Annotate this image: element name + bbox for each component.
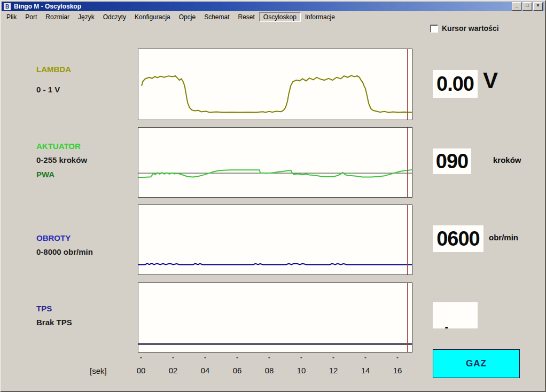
menu-item-oscyloskop[interactable]: Oscyloskop (259, 12, 301, 22)
scope-panel-tps (138, 283, 412, 352)
axis-tick-label: 12 (329, 366, 338, 375)
scope-panel-aktuator (138, 127, 412, 198)
title-bar: B Bingo M - Oscyloskop _ □ × (2, 2, 544, 11)
scope-panel-obroty (138, 205, 412, 275)
kursor-wartosci-label: Kursor wartości (442, 24, 499, 33)
axis-tick-mark (269, 357, 270, 358)
unit-label-obrmin: obr/min (489, 233, 518, 242)
channel-label-obroty: OBROTY (36, 233, 71, 242)
menu-item-port[interactable]: Port (21, 12, 41, 22)
channel-label-tps: TPS (36, 304, 52, 313)
axis-tick-label: 08 (265, 366, 274, 375)
window-controls: _ □ × (512, 2, 544, 11)
kursor-wartosci-checkbox[interactable] (430, 25, 438, 33)
unit-label-krokow: kroków (493, 155, 521, 164)
unit-label-volts: V (483, 68, 498, 93)
axis-tick-label: 02 (169, 366, 178, 375)
menu-bar: Plik Port Rozmiar Język Odczyty Konfigur… (2, 12, 544, 22)
window-title: Bingo M - Oscyloskop (14, 3, 81, 10)
channel-range-obroty: 0-8000 obr/min (36, 247, 93, 256)
axis-tick-mark (397, 357, 399, 358)
value-display-tps: _.__ (433, 302, 478, 328)
menu-item-informacje[interactable]: Informacje (301, 12, 339, 22)
value-display-lambda: 0.00 (433, 70, 478, 98)
menu-item-jezyk[interactable]: Język (74, 12, 99, 22)
axis-tick-mark (301, 357, 302, 358)
axis-tick-mark (141, 357, 142, 358)
gaz-button[interactable]: GAZ (433, 349, 520, 378)
channel-range-lambda: 0 - 1 V (36, 85, 60, 94)
axis-tick-mark (173, 357, 174, 358)
menu-item-schemat[interactable]: Schemat (200, 12, 233, 22)
value-display-aktuator: 090 (433, 148, 471, 174)
channel-range-aktuator: 0-255 kroków (36, 155, 87, 164)
channel-label-aktuator: AKTUATOR (36, 142, 81, 151)
axis-tick-label: 16 (393, 366, 402, 375)
axis-tick-mark (205, 357, 206, 358)
app-window: B Bingo M - Oscyloskop _ □ × Plik Port R… (0, 0, 546, 392)
channel-range-tps: Brak TPS (36, 318, 72, 327)
channel-sub-pwa: PWA (36, 170, 54, 179)
minimize-button[interactable]: _ (512, 2, 521, 11)
maximize-button[interactable]: □ (522, 2, 532, 11)
menu-item-odczyty[interactable]: Odczyty (99, 12, 130, 22)
axis-tick-mark (333, 357, 334, 358)
menu-item-konfiguracja[interactable]: Konfiguracja (130, 12, 175, 22)
value-cursor-option: Kursor wartości (430, 24, 499, 33)
axis-tick-label: 04 (201, 366, 210, 375)
axis-tick-label: 10 (297, 366, 306, 375)
axis-tick-mark (237, 357, 238, 358)
menu-item-reset[interactable]: Reset (234, 12, 259, 22)
close-button[interactable]: × (533, 2, 543, 11)
axis-tick-label: 00 (137, 366, 146, 375)
app-icon: B (3, 3, 11, 11)
axis-tick-label: 14 (361, 366, 370, 375)
value-display-obroty: 0600 (433, 225, 483, 252)
menu-item-plik[interactable]: Plik (2, 12, 21, 22)
channel-label-lambda: LAMBDA (36, 65, 71, 74)
scope-panel-lambda (138, 49, 412, 120)
time-axis-unit-label: [sek] (90, 366, 107, 375)
axis-tick-mark (365, 357, 366, 358)
menu-item-rozmiar[interactable]: Rozmiar (41, 12, 74, 22)
menu-item-opcje[interactable]: Opcje (175, 12, 200, 22)
axis-tick-label: 06 (233, 366, 242, 375)
